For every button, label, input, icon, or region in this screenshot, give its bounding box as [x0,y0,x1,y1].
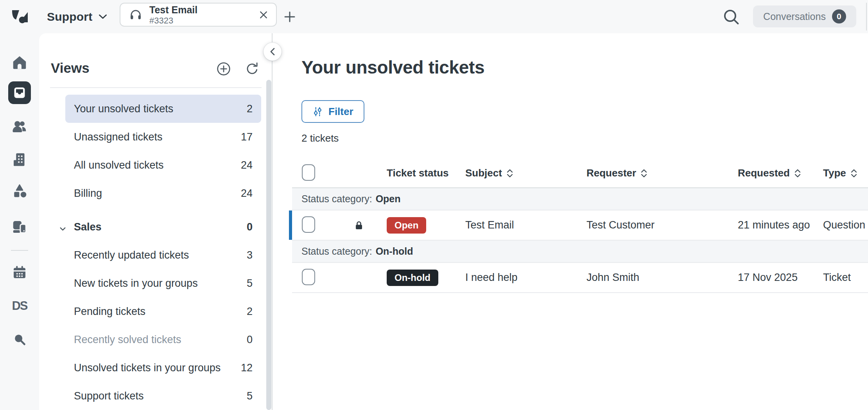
ticket-count: 2 tickets [301,132,339,144]
calendar-icon[interactable] [10,263,29,282]
view-count: 2 [247,306,253,318]
column-subject[interactable]: Subject [454,167,575,179]
tab-text: Test Email #3323 [149,4,197,25]
search-nav-icon[interactable] [10,330,29,349]
view-group-sales[interactable]: Sales 0 [65,213,261,241]
cell-subject[interactable]: Test Email [454,219,575,231]
views-panel: Views Your unsolved tickets 2 Unassigned… [39,33,273,410]
topbar-divider [866,3,867,31]
sort-icon [506,168,514,178]
view-count: 2 [247,103,253,115]
table-row[interactable]: Open Test Email Test Customer 21 minutes… [292,210,868,241]
close-icon[interactable] [259,10,268,20]
status-badge-open: Open [387,217,426,234]
row-checkbox[interactable] [302,269,315,285]
inbox-icon-active[interactable] [8,81,31,104]
view-item-recently-solved[interactable]: Recently solved tickets 0 [65,325,261,354]
workspace: Views Your unsolved tickets 2 Unassigned… [39,33,868,410]
group-header-open: Status category: Open [292,188,868,210]
chevron-down-icon[interactable] [59,223,66,236]
view-count: 24 [241,159,253,171]
product-switcher[interactable]: Support [47,0,107,33]
view-item-all-unsolved[interactable]: All unsolved tickets 24 [65,151,261,179]
view-item-support-tickets[interactable]: Support tickets 5 [65,382,261,410]
view-item-unsolved-in-groups[interactable]: Unsolved tickets in your groups 12 [65,354,261,382]
select-all-checkbox[interactable] [302,164,315,181]
column-type[interactable]: Type [811,167,868,179]
sort-icon [640,168,648,178]
left-nav-rail: DS [0,33,39,410]
collapse-panel-button[interactable] [264,43,282,61]
column-requested[interactable]: Requested [726,167,811,179]
ds-app-icon[interactable]: DS [10,297,29,315]
view-item-billing[interactable]: Billing 24 [65,179,261,207]
chevron-down-icon [99,14,107,19]
zendesk-logo [11,9,29,25]
view-item-unassigned[interactable]: Unassigned tickets 17 [65,123,261,151]
table-header: Ticket status Subject Requester Requeste… [292,159,868,188]
view-count: 0 [247,334,253,346]
main-content: Your unsolved tickets Filter 2 tickets T… [273,33,868,410]
cell-requester: Test Customer [575,219,726,231]
shapes-icon[interactable] [10,182,29,200]
views-list: Your unsolved tickets 2 Unassigned ticke… [65,95,261,410]
column-ticket-status: Ticket status [375,167,454,179]
ticket-tab[interactable]: Test Email #3323 [120,3,277,27]
collapse-left-icon [269,47,276,56]
view-item-pending[interactable]: Pending tickets 2 [65,297,261,325]
page-title: Your unsolved tickets [301,57,484,78]
plus-icon [283,10,296,23]
cell-subject[interactable]: I need help [454,272,575,284]
view-count: 5 [247,277,253,290]
home-icon[interactable] [10,53,29,72]
view-count: 17 [241,131,253,143]
views-title: Views [51,60,90,76]
top-bar: Support Test Email #3323 [0,0,868,33]
views-scrollbar[interactable] [266,80,271,410]
cell-requester: John Smith [575,272,726,284]
search-icon [723,8,740,25]
conversations-button[interactable]: Conversations 0 [753,5,856,27]
tickets-table: Ticket status Subject Requester Requeste… [292,159,868,293]
headset-icon [129,8,142,22]
building-icon[interactable] [10,150,29,169]
books-icon[interactable] [10,218,29,236]
views-divider [50,87,262,88]
product-label: Support [47,10,92,23]
row-checkbox[interactable] [302,216,315,233]
column-requester[interactable]: Requester [575,167,726,179]
sort-icon [850,168,858,178]
view-count: 5 [247,390,253,402]
status-badge-on-hold: On-hold [387,270,438,286]
tab-ticket-id: #3323 [149,16,197,25]
cell-type: Ticket [811,272,868,284]
view-count: 12 [241,362,253,374]
cell-requested: 21 minutes ago [726,219,811,231]
plus-circle-icon[interactable] [216,61,231,78]
view-item-recently-updated[interactable]: Recently updated tickets 3 [65,241,261,269]
refresh-icon[interactable] [245,61,260,78]
sort-icon [794,168,802,178]
view-count: 0 [247,221,253,233]
cell-type: Question [811,219,868,231]
cell-requested: 17 Nov 2025 [726,272,811,284]
sliders-icon [312,106,323,117]
people-icon[interactable] [10,117,29,136]
new-tab-button[interactable] [283,10,296,25]
view-count: 24 [241,187,253,200]
table-row[interactable]: On-hold I need help John Smith 17 Nov 20… [292,263,868,293]
view-item-new-in-groups[interactable]: New tickets in your groups 5 [65,269,261,297]
view-item-your-unsolved[interactable]: Your unsolved tickets 2 [65,95,261,123]
group-header-on-hold: Status category: On-hold [292,241,868,263]
nav-divider [11,250,28,251]
filter-button[interactable]: Filter [301,100,364,123]
lock-icon [353,220,364,231]
conversations-label: Conversations [763,11,826,22]
conversations-count-badge: 0 [832,9,846,23]
view-count: 3 [247,249,253,261]
search-button[interactable] [723,8,740,27]
tab-title: Test Email [149,4,197,16]
